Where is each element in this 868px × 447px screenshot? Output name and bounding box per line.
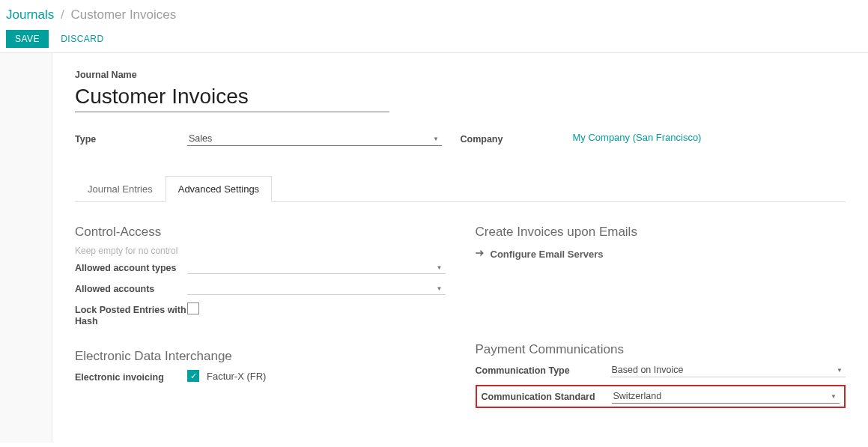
- type-select[interactable]: Sales ▼: [187, 132, 442, 146]
- comm-std-label: Communication Standard: [482, 392, 595, 402]
- control-access-hint: Keep empty for no control: [75, 246, 446, 256]
- arrow-right-icon: [476, 249, 485, 260]
- einvoice-option: Factur-X (FR): [207, 371, 266, 382]
- lock-posted-label: Lock Posted Entries with Hash: [75, 305, 186, 326]
- edi-title: Electronic Data Interchange: [75, 349, 446, 364]
- control-access-title: Control-Access: [75, 225, 446, 240]
- comm-type-value: Based on Invoice: [612, 365, 684, 375]
- save-button[interactable]: SAVE: [6, 30, 49, 48]
- company-label: Company: [461, 134, 503, 145]
- lock-posted-checkbox[interactable]: [187, 302, 199, 314]
- tab-advanced-settings[interactable]: Advanced Settings: [166, 176, 272, 202]
- allowed-accounts-select[interactable]: ▼: [187, 282, 446, 295]
- breadcrumb-current: Customer Invoices: [70, 7, 176, 22]
- breadcrumb-root[interactable]: Journals: [6, 7, 54, 22]
- payment-title: Payment Communications: [476, 342, 846, 357]
- left-gutter: [0, 53, 52, 443]
- allowed-accounts-label: Allowed accounts: [75, 284, 154, 294]
- discard-button[interactable]: DISCARD: [61, 34, 104, 44]
- chevron-down-icon: ▼: [831, 393, 837, 400]
- type-value: Sales: [189, 133, 212, 144]
- journal-name-input[interactable]: [75, 85, 389, 112]
- type-label: Type: [75, 134, 96, 145]
- tabs: Journal Entries Advanced Settings: [75, 176, 846, 202]
- comm-type-select[interactable]: Based on Invoice ▼: [610, 363, 846, 377]
- comm-type-label: Communication Type: [476, 365, 570, 376]
- chevron-down-icon: ▼: [433, 136, 439, 142]
- einvoice-label: Electronic invoicing: [75, 372, 164, 383]
- configure-email-link[interactable]: Configure Email Servers: [476, 249, 604, 260]
- allowed-types-select[interactable]: ▼: [187, 261, 446, 274]
- company-link[interactable]: My Company (San Francisco): [573, 132, 702, 143]
- einvoice-checkbox[interactable]: [187, 370, 199, 382]
- chevron-down-icon: ▼: [837, 367, 843, 374]
- comm-std-value: Switzerland: [613, 391, 662, 401]
- comm-std-highlight: Communication Standard Switzerland ▼: [476, 385, 846, 408]
- comm-std-select[interactable]: Switzerland ▼: [612, 389, 840, 404]
- emails-title: Create Invoices upon Emails: [476, 225, 846, 240]
- configure-email-label: Configure Email Servers: [491, 249, 604, 260]
- chevron-down-icon: ▼: [437, 285, 443, 291]
- allowed-types-label: Allowed account types: [75, 263, 176, 273]
- breadcrumb-sep: /: [61, 7, 64, 22]
- tab-journal-entries[interactable]: Journal Entries: [75, 176, 166, 202]
- breadcrumb: Journals / Customer Invoices: [6, 7, 862, 22]
- chevron-down-icon: ▼: [437, 264, 443, 270]
- journal-name-label: Journal Name: [75, 70, 846, 80]
